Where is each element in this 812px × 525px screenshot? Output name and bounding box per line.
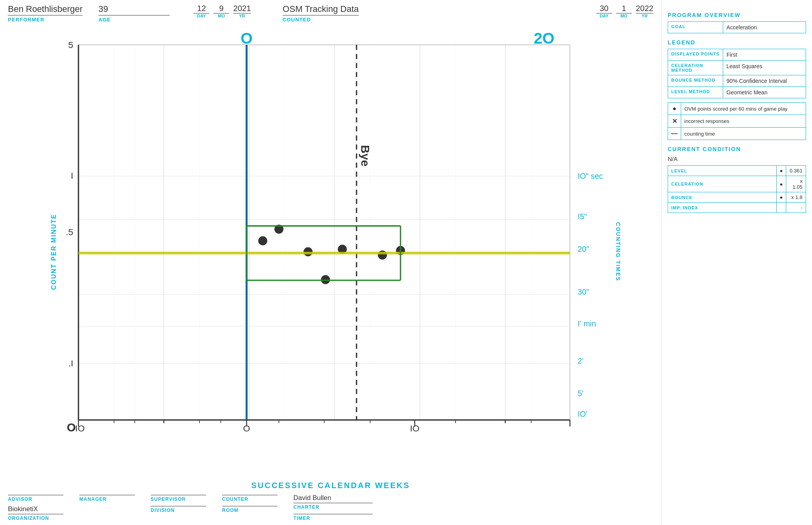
svg-text:I' min: I' min	[578, 319, 596, 328]
y-axis-left-label: COUNT PER MINUTE	[50, 214, 57, 290]
legend-symbols-table: ● OVM points scored per 60 mins of game …	[668, 102, 806, 140]
stat-bounce-label: BOUNCE	[668, 192, 777, 203]
charter-field: David Bullen CHARTER TIMER	[293, 494, 373, 521]
organization-label: ORGANIZATION	[8, 515, 63, 521]
yr2-label: YR	[642, 13, 647, 18]
advisor-label: ADVISOR	[8, 496, 63, 502]
svg-text:20": 20"	[578, 245, 589, 253]
charter-value: David Bullen	[293, 494, 373, 503]
current-condition-title: CURRENT CONDITION	[668, 146, 806, 152]
chart-svg: 5 I .5 .I O 2O IO" sec I5" 20" 30" I' mi…	[40, 27, 622, 477]
celeration-method-label: CELERATION METHOD	[668, 61, 723, 75]
level-method-value: Geometric Mean	[723, 87, 806, 98]
stat-imp-value: -	[786, 203, 806, 213]
svg-text:O: O	[241, 30, 253, 47]
day2-value: 30	[596, 4, 612, 13]
division-value	[151, 505, 206, 506]
date1-group: 12 DAY 9 MO 2021 YR	[193, 4, 251, 18]
performer-label: PERFORMER	[8, 17, 82, 23]
level-method-label: LEVEL METHOD	[668, 87, 723, 98]
svg-text:I5": I5"	[578, 212, 587, 221]
division-label: DIVISION	[151, 508, 206, 513]
level-method-row: LEVEL METHOD Geometric Mean	[668, 87, 806, 98]
legend-symbol-2: —	[668, 128, 681, 140]
day1-field: 12 DAY	[193, 4, 209, 18]
goal-value: Acceleration	[723, 22, 806, 33]
displayed-points-row: DISPLAYED POINTS First	[668, 49, 806, 61]
counted-value: OSM Tracking Data	[283, 4, 359, 15]
legend-item-2: — counting time	[668, 128, 806, 140]
charter-label: CHARTER	[293, 504, 373, 510]
legend-item-0: ● OVM points scored per 60 mins of game …	[668, 103, 806, 115]
stat-level-value: 0.361	[786, 166, 806, 176]
svg-text:5: 5	[68, 40, 73, 50]
stat-level-row: LEVEL ● 0.361	[668, 166, 806, 176]
stat-celeration-dot: ●	[776, 176, 786, 192]
timer-label: TIMER	[293, 515, 373, 521]
supervisor-value	[151, 494, 206, 495]
stat-imp-label: IMP. INDEX	[668, 203, 777, 213]
mo2-label: MO	[620, 13, 628, 18]
stats-table: LEVEL ● 0.361 CELERATION ● x 1.05 BOUNCE…	[668, 165, 806, 213]
svg-text:.5: .5	[66, 227, 73, 237]
legend-item-1: ✕ incorrect responses	[668, 115, 806, 128]
legend-desc-1: incorrect responses	[681, 115, 806, 128]
day1-value: 12	[193, 4, 209, 13]
legend-table: DISPLAYED POINTS First CELERATION METHOD…	[668, 49, 806, 98]
sidebar: PROGRAM OVERVIEW GOAL Acceleration LEGEN…	[661, 0, 812, 525]
current-condition-value: N/A	[668, 155, 806, 162]
svg-text:30": 30"	[578, 287, 589, 296]
manager-field: MANAGER	[79, 494, 135, 502]
footer-fields: ADVISOR BiokinetiX ORGANIZATION MANAGER …	[8, 494, 653, 521]
supervisor-field: SUPERVISOR DIVISION	[151, 494, 206, 513]
stat-celeration-row: CELERATION ● x 1.05	[668, 176, 806, 192]
counter-label: COUNTER	[222, 496, 278, 502]
legend-title: LEGEND	[668, 39, 806, 46]
stat-celeration-label: CELERATION	[668, 176, 777, 192]
stat-level-dot: ●	[776, 166, 786, 176]
svg-text:IO" sec: IO" sec	[578, 172, 603, 180]
current-condition-section: CURRENT CONDITION N/A LEVEL ● 0.361 CELE…	[668, 146, 806, 213]
celeration-method-row: CELERATION METHOD Least Squares	[668, 61, 806, 75]
date2-group: 30 DAY 1 MO 2022 YR	[596, 4, 654, 18]
performer-value: Ben Roethlisberger	[8, 4, 82, 15]
manager-label: MANAGER	[79, 496, 135, 502]
svg-text:.I: .I	[68, 358, 73, 368]
advisor-value	[8, 494, 63, 495]
celeration-method-value: Least Squares	[723, 61, 806, 75]
day1-label: DAY	[197, 13, 206, 18]
stat-bounce-dot: ●	[776, 192, 786, 203]
legend-section: LEGEND DISPLAYED POINTS First CELERATION…	[668, 39, 806, 98]
age-label: AGE	[98, 17, 170, 23]
data-point-1	[258, 236, 267, 245]
svg-text:2O: 2O	[534, 30, 554, 47]
svg-text:Bye: Bye	[359, 145, 372, 167]
bounce-method-label: BOUNCE METHOD	[668, 75, 723, 87]
stat-level-label: LEVEL	[668, 166, 777, 176]
room-value	[222, 505, 278, 506]
svg-text:I: I	[71, 171, 73, 181]
y-axis-right-label: COUNTING TIMES	[615, 222, 621, 281]
yr1-field: 2021 YR	[233, 4, 251, 18]
timer-value	[293, 513, 373, 514]
yr1-label: YR	[239, 13, 245, 18]
mo2-value: 1	[616, 4, 632, 13]
x-axis-label: SUCCESSIVE CALENDAR WEEKS	[8, 481, 653, 490]
yr1-value: 2021	[233, 4, 251, 13]
day2-field: 30 DAY	[596, 4, 612, 18]
bounce-method-value: 90% Confidence Interval	[723, 75, 806, 87]
program-overview-section: PROGRAM OVERVIEW GOAL Acceleration	[668, 12, 806, 33]
legend-desc-2: counting time	[681, 128, 806, 140]
counter-field: COUNTER ROOM	[222, 494, 278, 513]
yr2-field: 2022 YR	[636, 4, 654, 18]
header-section: Ben Roethlisberger PERFORMER 39 AGE 12 D…	[8, 4, 653, 23]
stat-bounce-row: BOUNCE ● x 1.8	[668, 192, 806, 203]
age-field: 39 AGE	[98, 4, 170, 23]
legend-symbol-1: ✕	[668, 115, 681, 128]
day2-label: DAY	[599, 13, 608, 18]
stat-imp-dot	[776, 203, 786, 213]
performer-field: Ben Roethlisberger PERFORMER	[8, 4, 82, 23]
mo1-value: 9	[213, 4, 229, 13]
stat-celeration-value: x 1.05	[786, 176, 806, 192]
bottom-section: SUCCESSIVE CALENDAR WEEKS ADVISOR Biokin…	[8, 479, 653, 521]
